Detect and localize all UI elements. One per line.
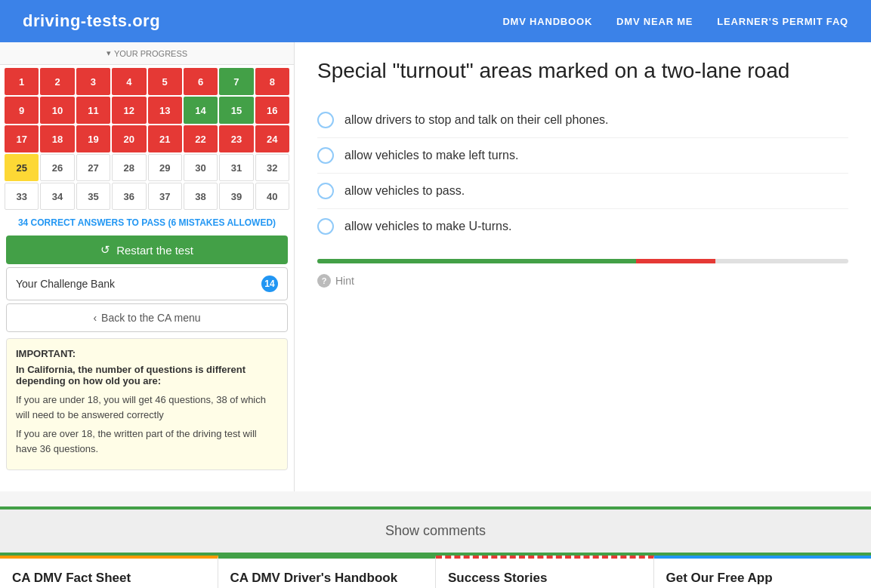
card-title: CA DMV Driver's Handbook — [230, 571, 424, 586]
grid-cell-18[interactable]: 18 — [40, 125, 74, 152]
challenge-label: Your Challenge Bank — [16, 278, 115, 290]
grid-cell-34[interactable]: 34 — [40, 183, 74, 210]
important-box: IMPORTANT: In California, the number of … — [6, 338, 288, 470]
answer-text: allow vehicles to make U-turns. — [344, 220, 511, 233]
hint-label: Hint — [335, 275, 354, 287]
hint-row[interactable]: ? Hint — [317, 274, 848, 288]
answer-text: allow drivers to stop and talk on their … — [344, 113, 609, 127]
answer-item-a1[interactable]: allow drivers to stop and talk on their … — [317, 103, 848, 138]
grid-cell-28[interactable]: 28 — [112, 154, 146, 181]
grid-cell-8[interactable]: 8 — [255, 68, 289, 95]
nav-dmv-handbook[interactable]: DMV HANDBOOK — [502, 16, 592, 27]
answer-item-a4[interactable]: allow vehicles to make U-turns. — [317, 209, 848, 244]
pass-info: 34 CORRECT ANSWERS TO PASS (6 MISTAKES A… — [0, 213, 294, 232]
progress-header[interactable]: ▾ YOUR PROGRESS — [0, 42, 294, 65]
grid-cell-32[interactable]: 32 — [255, 154, 289, 181]
radio-circle — [317, 147, 334, 164]
grid-cell-26[interactable]: 26 — [40, 154, 74, 181]
progress-grid: 1234567891011121314151617181920212223242… — [0, 65, 294, 213]
grid-cell-23[interactable]: 23 — [219, 125, 253, 152]
grid-cell-25[interactable]: 25 — [5, 154, 39, 181]
bottom-card-get-free-app[interactable]: Get Our Free AppDownload our free iOS or… — [654, 556, 872, 588]
grid-cell-37[interactable]: 37 — [148, 183, 182, 210]
grid-cell-10[interactable]: 10 — [40, 97, 74, 124]
radio-circle — [317, 112, 334, 128]
grid-cell-12[interactable]: 12 — [112, 97, 146, 124]
grid-cell-17[interactable]: 17 — [5, 125, 39, 152]
important-p1: If you are under 18, you will get 46 que… — [16, 393, 278, 422]
grid-cell-19[interactable]: 19 — [76, 125, 110, 152]
challenge-badge: 14 — [261, 276, 278, 292]
grid-cell-11[interactable]: 11 — [76, 97, 110, 124]
grid-cell-5[interactable]: 5 — [148, 68, 182, 95]
grid-cell-22[interactable]: 22 — [184, 125, 218, 152]
answer-item-a2[interactable]: allow vehicles to make left turns. — [317, 138, 848, 174]
question-title: Special "turnout" areas marked on a two-… — [317, 57, 848, 85]
bottom-cards: CA DMV Fact SheetCA DMV Driver's Handboo… — [0, 556, 871, 588]
grid-cell-33[interactable]: 33 — [5, 183, 39, 210]
question-content: Special "turnout" areas marked on a two-… — [295, 42, 871, 491]
card-title: Get Our Free App — [666, 571, 860, 586]
show-comments-label: Show comments — [385, 523, 486, 538]
site-logo[interactable]: driving-tests.org — [23, 11, 160, 31]
restart-label: Restart the test — [116, 244, 193, 257]
grid-cell-14[interactable]: 14 — [184, 97, 218, 124]
grid-cell-40[interactable]: 40 — [255, 183, 289, 210]
grid-cell-15[interactable]: 15 — [219, 97, 253, 124]
grid-cell-20[interactable]: 20 — [112, 125, 146, 152]
main-container: ▾ YOUR PROGRESS 123456789101112131415161… — [0, 42, 871, 491]
back-label: Back to the CA menu — [101, 312, 201, 324]
nav-dmv-near-me[interactable]: DMV NEAR ME — [616, 16, 693, 27]
site-header: driving-tests.org DMV HANDBOOK DMV NEAR … — [0, 0, 871, 42]
important-label: IMPORTANT: — [16, 348, 278, 359]
sidebar: ▾ YOUR PROGRESS 123456789101112131415161… — [0, 42, 295, 491]
grid-cell-4[interactable]: 4 — [112, 68, 146, 95]
grid-cell-38[interactable]: 38 — [184, 183, 218, 210]
grid-cell-21[interactable]: 21 — [148, 125, 182, 152]
bottom-card-ca-dmv-drivers-handbook[interactable]: CA DMV Driver's HandbookView the most re… — [218, 556, 437, 588]
grid-cell-24[interactable]: 24 — [255, 125, 289, 152]
grid-cell-3[interactable]: 3 — [76, 68, 110, 95]
grid-cell-6[interactable]: 6 — [184, 68, 218, 95]
grid-cell-35[interactable]: 35 — [76, 183, 110, 210]
back-icon: ‹ — [93, 312, 97, 324]
grid-cell-1[interactable]: 1 — [5, 68, 39, 95]
nav-learners-permit[interactable]: LEARNER'S PERMIT FAQ — [717, 16, 848, 27]
back-to-menu-button[interactable]: ‹ Back to the CA menu — [6, 303, 288, 332]
bottom-card-ca-dmv-fact-sheet[interactable]: CA DMV Fact Sheet — [0, 556, 218, 588]
grid-cell-27[interactable]: 27 — [76, 154, 110, 181]
show-comments-bar[interactable]: Show comments — [0, 506, 871, 556]
progress-bar-red — [636, 259, 715, 263]
grid-cell-39[interactable]: 39 — [219, 183, 253, 210]
hint-icon: ? — [317, 274, 331, 288]
grid-cell-36[interactable]: 36 — [112, 183, 146, 210]
important-p2: If you are over 18, the written part of … — [16, 426, 278, 456]
grid-cell-7[interactable]: 7 — [219, 68, 253, 95]
main-nav: DMV HANDBOOK DMV NEAR ME LEARNER'S PERMI… — [502, 16, 848, 27]
answer-text: allow vehicles to make left turns. — [344, 149, 518, 162]
progress-bar — [317, 259, 848, 263]
progress-label: YOUR PROGRESS — [114, 49, 187, 58]
restart-button[interactable]: ↺ Restart the test — [6, 236, 288, 264]
grid-cell-16[interactable]: 16 — [255, 97, 289, 124]
progress-chevron: ▾ — [107, 48, 111, 58]
grid-cell-13[interactable]: 13 — [148, 97, 182, 124]
answer-item-a3[interactable]: allow vehicles to pass. — [317, 174, 848, 209]
grid-cell-2[interactable]: 2 — [40, 68, 74, 95]
restart-icon: ↺ — [100, 243, 110, 257]
grid-cell-9[interactable]: 9 — [5, 97, 39, 124]
bottom-card-success-stories[interactable]: Success StoriesSee what other users are … — [436, 556, 654, 588]
radio-circle — [317, 218, 334, 235]
card-title: Success Stories — [448, 571, 641, 586]
card-title: CA DMV Fact Sheet — [12, 571, 205, 586]
progress-bar-green — [317, 259, 636, 263]
grid-cell-29[interactable]: 29 — [148, 154, 182, 181]
radio-circle — [317, 183, 334, 199]
grid-cell-31[interactable]: 31 — [219, 154, 253, 181]
challenge-bank-button[interactable]: Your Challenge Bank 14 — [6, 267, 288, 300]
answer-text: allow vehicles to pass. — [344, 184, 465, 198]
grid-cell-30[interactable]: 30 — [184, 154, 218, 181]
answers-list: allow drivers to stop and talk on their … — [317, 103, 848, 244]
important-body: In California, the number of questions i… — [16, 364, 278, 386]
